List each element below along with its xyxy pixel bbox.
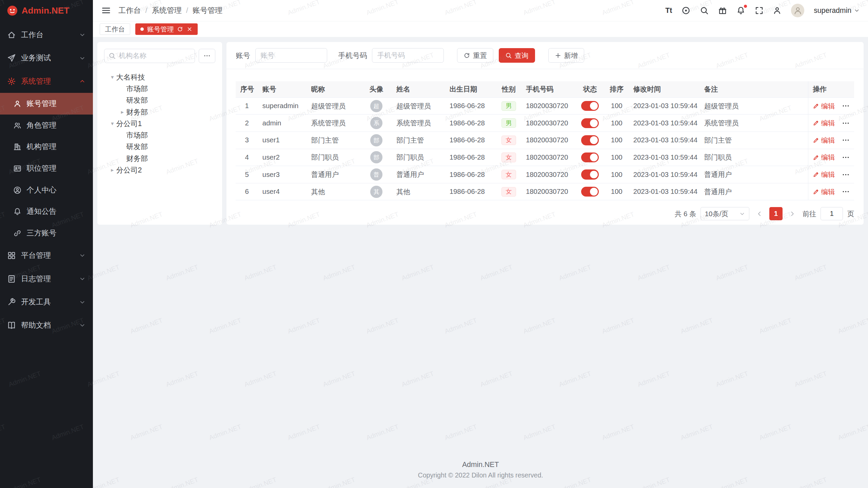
cell-gender: 女 bbox=[496, 166, 521, 183]
row-more-button[interactable] bbox=[842, 136, 850, 144]
tree-node[interactable]: 市场部 bbox=[104, 83, 215, 95]
cell-gender: 女 bbox=[496, 149, 521, 166]
edit-button[interactable]: 编辑 bbox=[813, 152, 835, 162]
current-page[interactable]: 1 bbox=[769, 207, 783, 220]
status-toggle[interactable] bbox=[581, 118, 599, 128]
sidebar-item-dev-tools[interactable]: 开发工具 bbox=[0, 290, 93, 314]
edit-button[interactable]: 编辑 bbox=[813, 136, 835, 145]
tab-workbench[interactable]: 工作台 bbox=[100, 23, 130, 35]
edit-button[interactable]: 编辑 bbox=[813, 187, 835, 197]
avatar[interactable] bbox=[791, 4, 804, 17]
edit-button[interactable]: 编辑 bbox=[813, 101, 835, 111]
row-more-button[interactable] bbox=[842, 171, 850, 179]
cell-sort: 100 bbox=[605, 149, 629, 166]
reset-button[interactable]: 重置 bbox=[457, 48, 493, 62]
status-toggle[interactable] bbox=[581, 169, 599, 179]
tree-node-label: 分公司1 bbox=[116, 119, 142, 128]
chevron-down-icon bbox=[854, 7, 860, 14]
fullscreen-icon[interactable] bbox=[755, 6, 764, 15]
account-input[interactable] bbox=[255, 48, 327, 62]
tree-node[interactable]: 分公司1 bbox=[104, 118, 215, 129]
breadcrumb-item[interactable]: 工作台 bbox=[118, 5, 141, 16]
sidebar-item-personal-center[interactable]: 个人中心 bbox=[0, 179, 93, 201]
sidebar-item-label: 通知公告 bbox=[26, 206, 56, 217]
refresh-icon[interactable] bbox=[177, 26, 183, 32]
sidebar-item-account-management[interactable]: 账号管理 bbox=[0, 93, 93, 115]
col-header-avatar: 头像 bbox=[361, 81, 392, 97]
page-size-select[interactable]: 10条/页 bbox=[701, 207, 749, 220]
status-toggle[interactable] bbox=[581, 187, 599, 197]
cell-modified: 2023-01-03 10:59:44 bbox=[629, 97, 700, 115]
tree-node[interactable]: 财务部 bbox=[104, 153, 215, 164]
sidebar-item-role-management[interactable]: 角色管理 bbox=[0, 115, 93, 136]
status-toggle[interactable] bbox=[581, 152, 599, 162]
user-icon[interactable] bbox=[773, 6, 782, 15]
phone-input[interactable] bbox=[372, 48, 444, 62]
sidebar-menu: 工作台 业务测试 系统管理 账号管理 角色管理 bbox=[0, 21, 93, 337]
row-more-button[interactable] bbox=[842, 154, 850, 161]
goto-page-input[interactable] bbox=[821, 207, 843, 220]
cell-avatar: 系 bbox=[361, 115, 392, 132]
search-icon[interactable] bbox=[700, 6, 709, 15]
col-header-name: 姓名 bbox=[392, 81, 445, 97]
sidebar-item-label: 个人中心 bbox=[26, 185, 56, 195]
tree-node[interactable]: 市场部 bbox=[104, 129, 215, 141]
tree-node[interactable]: 财务部 bbox=[104, 106, 215, 118]
sidebar-item-platform-management[interactable]: 平台管理 bbox=[0, 244, 93, 267]
cell-index: 2 bbox=[236, 115, 258, 132]
sidebar-item-workbench[interactable]: 工作台 bbox=[0, 23, 93, 47]
col-header-account: 账号 bbox=[258, 81, 307, 97]
edit-button[interactable]: 编辑 bbox=[813, 170, 835, 179]
row-more-button[interactable] bbox=[842, 119, 850, 127]
cell-nickname: 部门职员 bbox=[307, 149, 361, 166]
tab-account-management[interactable]: 账号管理 bbox=[135, 23, 198, 35]
cell-phone: 18020030720 bbox=[521, 132, 576, 149]
next-page-button[interactable] bbox=[787, 207, 798, 220]
logo[interactable]: Admin.NET bbox=[0, 0, 93, 21]
tree-node[interactable]: 研发部 bbox=[104, 141, 215, 152]
sidebar-item-position-management[interactable]: 职位管理 bbox=[0, 158, 93, 179]
caret-icon bbox=[108, 74, 116, 80]
prev-page-button[interactable] bbox=[754, 207, 765, 220]
add-button[interactable]: 新增 bbox=[548, 48, 584, 62]
cell-phone: 18020030720 bbox=[521, 149, 576, 166]
col-header-remark: 备注 bbox=[700, 81, 808, 97]
col-header-birthdate: 出生日期 bbox=[445, 81, 496, 97]
sidebar-item-system-management[interactable]: 系统管理 bbox=[0, 70, 93, 93]
status-toggle[interactable] bbox=[581, 101, 599, 111]
tree-search-row bbox=[104, 49, 215, 63]
breadcrumb-item[interactable]: 系统管理 bbox=[152, 5, 182, 16]
home-icon bbox=[7, 30, 16, 39]
chevron-down-icon bbox=[79, 276, 86, 282]
circle-dot-icon[interactable] bbox=[682, 6, 690, 15]
send-icon bbox=[7, 54, 16, 62]
font-size-icon[interactable]: Tt bbox=[665, 7, 672, 14]
avatar: 超 bbox=[370, 100, 382, 112]
sidebar-item-business-test[interactable]: 业务测试 bbox=[0, 46, 93, 70]
sidebar-item-notice[interactable]: 通知公告 bbox=[0, 201, 93, 223]
tree-node[interactable]: 大名科技 bbox=[104, 72, 215, 83]
menu-collapse-icon[interactable] bbox=[101, 6, 111, 15]
sidebar-item-help-docs[interactable]: 帮助文档 bbox=[0, 314, 93, 337]
sidebar: Admin.NET 工作台 业务测试 系统管理 账号管理 bbox=[0, 0, 93, 488]
sidebar-item-log-management[interactable]: 日志管理 bbox=[0, 267, 93, 291]
row-more-button[interactable] bbox=[842, 188, 850, 196]
sidebar-item-third-party-account[interactable]: 三方账号 bbox=[0, 222, 93, 244]
cell-birthdate: 1986-06-28 bbox=[445, 149, 496, 166]
sidebar-item-org-management[interactable]: 机构管理 bbox=[0, 136, 93, 158]
edit-button[interactable]: 编辑 bbox=[813, 118, 835, 128]
tree-node[interactable]: 分公司2 bbox=[104, 164, 215, 176]
cell-birthdate: 1986-06-28 bbox=[445, 166, 496, 183]
tree-node[interactable]: 研发部 bbox=[104, 95, 215, 106]
sidebar-item-label: 工作台 bbox=[21, 30, 43, 40]
user-menu[interactable]: superadmin bbox=[814, 6, 860, 15]
status-toggle[interactable] bbox=[581, 135, 599, 145]
close-icon[interactable] bbox=[186, 26, 193, 32]
gift-icon[interactable] bbox=[718, 6, 727, 15]
search-button[interactable]: 查询 bbox=[499, 48, 535, 62]
bell-icon[interactable] bbox=[736, 6, 745, 15]
row-more-button[interactable] bbox=[842, 102, 850, 110]
tree-more-button[interactable] bbox=[199, 49, 215, 63]
cell-phone: 18020030720 bbox=[521, 115, 576, 132]
org-search-input[interactable] bbox=[104, 49, 195, 63]
